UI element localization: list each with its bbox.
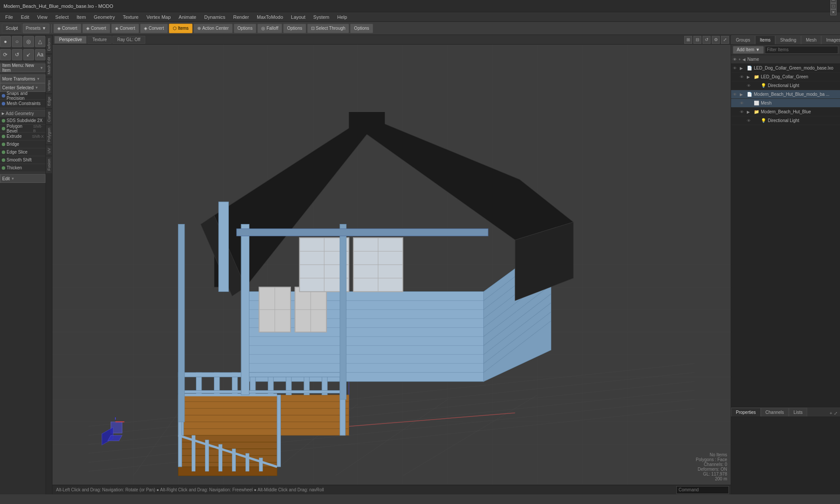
more-transforms-button[interactable]: More Transforms ▼	[0, 74, 46, 83]
menu-item-vertex map[interactable]: Vertex Map	[143, 14, 175, 21]
icon-move[interactable]: ↙	[23, 49, 34, 60]
options-button-2[interactable]: Options	[283, 24, 306, 33]
bottom-add-button[interactable]: +	[829, 410, 833, 416]
menu-item-render[interactable]: Render	[230, 14, 252, 21]
vtab-uv[interactable]: UV	[46, 145, 52, 156]
action-center-button[interactable]: ⊕ Action Center	[193, 24, 233, 33]
rbtab-channels[interactable]: Channels	[761, 408, 789, 416]
edit-button[interactable]: Edit ▼	[0, 174, 46, 183]
icon-text[interactable]: Aa	[35, 49, 46, 60]
item-row-6[interactable]: 👁 ▶ 📁 Modern_Beach_Hut_Blue	[731, 108, 840, 116]
maximize-button[interactable]: □	[830, 3, 836, 9]
menu-item-system[interactable]: System	[310, 14, 333, 21]
menu-item-geometry[interactable]: Geometry	[90, 14, 118, 21]
viewport-canvas[interactable]: No Items Polygons : Face Channels: 0 Def…	[52, 45, 731, 485]
filter-items-input[interactable]	[765, 46, 838, 54]
menu-item-file[interactable]: File	[2, 14, 17, 21]
icon-rotate[interactable]: ⟳	[0, 49, 11, 60]
add-geometry-header[interactable]: ▶ Add Geometry	[0, 110, 46, 117]
center-selected-label: Center Selected	[2, 85, 34, 90]
vtab-edge[interactable]: Edge	[46, 94, 52, 108]
rtab-shading[interactable]: Shading	[775, 35, 801, 44]
rtab-images[interactable]: Images	[821, 35, 840, 44]
smooth-shift-button[interactable]: Smooth Shift	[0, 156, 46, 164]
close-button[interactable]: ✕	[830, 9, 836, 15]
item-row-1[interactable]: 👁 ▶ 📄 LED_Dog_Collar_Green_modo_base.lxo	[731, 64, 840, 73]
menu-item-item[interactable]: Item	[73, 14, 89, 21]
no-items-text: No Items	[696, 452, 727, 457]
item-row-7[interactable]: 👁 💡 Directional Light	[731, 116, 840, 125]
options-button-1[interactable]: Options	[234, 24, 256, 33]
item-name-1: LED_Dog_Collar_Green_modo_base.lxo	[754, 66, 838, 70]
extrude-button[interactable]: Extrude Shift-X	[0, 133, 46, 140]
sds-dot	[2, 119, 5, 122]
rbtab-lists[interactable]: Lists	[789, 408, 808, 416]
menu-item-animate[interactable]: Animate	[175, 14, 200, 21]
bridge-dot	[2, 143, 5, 146]
icon-circle-target[interactable]: ◎	[23, 36, 34, 47]
svg-rect-82	[178, 390, 345, 393]
rbtab-properties[interactable]: Properties	[731, 408, 761, 416]
vp-icon-minus[interactable]: ⊟	[693, 36, 701, 44]
add-item-button[interactable]: Add Item ▼	[733, 46, 764, 54]
vtab-deform[interactable]: Deform	[46, 35, 52, 54]
menu-item-layout[interactable]: Layout	[287, 14, 309, 21]
gl-text: GL: 117,978	[696, 472, 727, 476]
convert-button-1[interactable]: ◈ Convert	[53, 24, 81, 33]
menu-item-help[interactable]: Help	[334, 14, 351, 21]
icon-circle-outline[interactable]: ○	[12, 36, 23, 47]
vp-icon-grid[interactable]: ⊞	[684, 36, 692, 44]
snaps-precision-button[interactable]: Snaps and Precision	[0, 92, 46, 100]
vp-icon-expand[interactable]: ⤢	[721, 36, 729, 44]
thicken-button[interactable]: Thicken	[0, 164, 46, 172]
vtab-mesh-edit[interactable]: Mesh Edit	[46, 54, 52, 77]
item-row-3[interactable]: 👁 💡 Directional Light	[731, 81, 840, 90]
item-row-2[interactable]: 👁 ▶ 📁 LED_Dog_Collar_Green	[731, 73, 840, 81]
svg-marker-58	[349, 112, 385, 134]
menu-item-maxtomodo[interactable]: MaxToModo	[253, 14, 287, 21]
item-vis-4: 👁	[733, 92, 739, 97]
vp-icon-settings[interactable]: ⚙	[712, 36, 720, 44]
vp-tab-raygl[interactable]: Ray GL: Off	[112, 36, 145, 44]
menu-item-texture[interactable]: Texture	[119, 14, 142, 21]
select-through-button[interactable]: ⊡ Select Through	[307, 24, 350, 33]
menu-item-dynamics[interactable]: Dynamics	[201, 14, 229, 21]
bridge-button[interactable]: Bridge	[0, 140, 46, 148]
convert-button-2[interactable]: ◈ Convert	[82, 24, 110, 33]
item-icon-2: 📁	[754, 74, 760, 79]
items-button[interactable]: ⬡ Items	[169, 24, 192, 33]
vtab-fusion[interactable]: Fusion	[46, 156, 52, 173]
polygon-bevel-button[interactable]: Polygon Bevel Shift-B	[0, 125, 46, 133]
vtab-vertex[interactable]: Vertex	[46, 77, 52, 94]
command-input[interactable]	[676, 486, 729, 494]
falloff-button[interactable]: ◎ Falloff	[257, 24, 282, 33]
icon-triangle[interactable]: △	[35, 36, 46, 47]
convert-button-4[interactable]: ◈ Convert	[140, 24, 168, 33]
menu-item-view[interactable]: View	[34, 14, 51, 21]
vp-tab-perspective[interactable]: Perspective	[54, 36, 87, 44]
menu-item-select[interactable]: Select	[52, 14, 72, 21]
item-row-5[interactable]: 👁 ⬜ Mesh	[731, 99, 840, 108]
icon-circle-solid[interactable]: ●	[0, 36, 11, 47]
sculpt-button[interactable]: Sculpt	[2, 24, 22, 33]
rtab-items[interactable]: Items	[755, 35, 775, 44]
rtab-groups[interactable]: Groups	[731, 35, 755, 44]
item-vis-7: 👁	[747, 119, 753, 123]
vp-tab-texture[interactable]: Texture	[88, 36, 112, 44]
menu-item-edit[interactable]: Edit	[18, 14, 33, 21]
bottom-expand-icon[interactable]: ⤢	[833, 410, 838, 416]
presets-button[interactable]: Presets ▼	[23, 24, 49, 33]
item-row-4[interactable]: 👁 ▶ 📄 Modern_Beach_Hut_Blue_modo_ba ...	[731, 90, 840, 99]
mesh-constraints-button[interactable]: Mesh Constraints	[0, 100, 46, 108]
vtab-polygon[interactable]: Polygon	[46, 125, 52, 145]
item-name-4: Modern_Beach_Hut_Blue_modo_ba ...	[754, 92, 838, 97]
vtab-curve[interactable]: Curve	[46, 108, 52, 125]
icon-undo[interactable]: ↺	[12, 49, 23, 60]
vp-icon-refresh[interactable]: ↺	[703, 36, 710, 44]
options-button-3[interactable]: Options	[350, 24, 373, 33]
convert-button-3[interactable]: ◈ Convert	[111, 24, 139, 33]
rtab-mesh[interactable]: Mesh	[801, 35, 821, 44]
edge-slice-button[interactable]: Edge Slice	[0, 148, 46, 156]
item-menu-button[interactable]: Item Menu: New Item ▼	[0, 63, 46, 72]
toolbar: Sculpt Presets ▼ ◈ Convert ◈ Convert ◈ C…	[0, 22, 840, 35]
